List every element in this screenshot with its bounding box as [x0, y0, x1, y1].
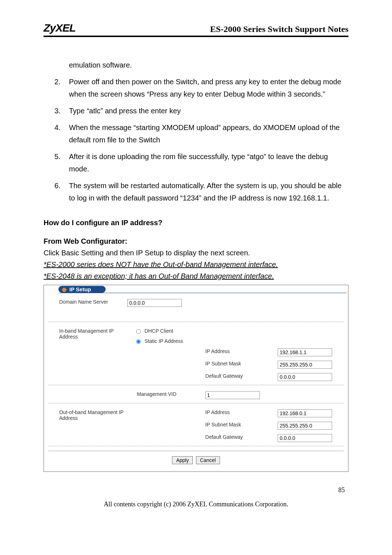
list-item: 5. After it is done uploading the rom fi… [54, 150, 348, 175]
gateway-label: Default Gateway [198, 371, 275, 383]
list-number: 3. [54, 105, 69, 117]
ip-setup-panel: IP Setup Domain Name Server In-band Mana… [44, 285, 348, 472]
list-number: 4. [54, 121, 69, 146]
list-item: 3. Type “atlc” and press the enter key [54, 105, 348, 117]
sub-heading: From Web Configurator: [44, 237, 348, 246]
solid-separator [48, 451, 344, 451]
panel-title-badge: IP Setup [58, 286, 106, 293]
dns-section: Domain Name Server [48, 297, 344, 309]
dotted-separator [48, 446, 344, 446]
panel-divider [58, 293, 347, 293]
list-text: Type “atlc” and press the enter key [69, 105, 348, 117]
page-header: ZyXEL ES-2000 Series Switch Support Note… [44, 22, 348, 37]
cancel-button[interactable]: Cancel [196, 456, 220, 464]
footer-copyright: All contents copyright (c) 2006 ZyXEL Co… [44, 501, 348, 508]
inband-section: In-band Management IP Address DHCP Clien… [48, 326, 344, 383]
dns-input[interactable] [127, 299, 182, 307]
instruction-list: 2. Power off and then power on the Switc… [44, 76, 348, 204]
list-item: 4. When the message “starting XMODEM upl… [54, 121, 348, 146]
panel-header: IP Setup [44, 285, 348, 293]
inband-gw-input[interactable] [278, 373, 332, 381]
static-radio-label[interactable]: Static IP Address [136, 338, 183, 344]
list-number: 5. [54, 150, 69, 175]
static-radio[interactable] [136, 339, 141, 344]
apply-button[interactable]: Apply [172, 456, 193, 464]
list-number: 2. [54, 76, 69, 100]
inband-mask-input[interactable] [278, 361, 332, 369]
dhcp-radio[interactable] [136, 329, 141, 334]
button-row: Apply Cancel [44, 456, 348, 464]
ip-address-label: IP Address [198, 346, 275, 358]
outband-ip-input[interactable] [278, 409, 332, 417]
section-heading: How do I configure an IP address? [44, 219, 348, 227]
inband-label: In-band Management IP Address [48, 326, 133, 346]
list-number: 6. [54, 179, 69, 204]
outband-gw-input[interactable] [278, 434, 332, 442]
dhcp-text: DHCP Client [144, 328, 173, 334]
dns-label: Domain Name Server [48, 297, 124, 309]
list-item: 6. The system will be restarted automati… [54, 179, 348, 204]
continuation-text: emulation software. [44, 59, 348, 71]
dotted-separator [48, 385, 344, 385]
dotted-separator [48, 403, 344, 404]
subnet-label: IP Subnet Mask [198, 420, 275, 432]
mgmt-vid-section: Management VID [48, 389, 344, 401]
outband-section: Out-of-band Management IP Address IP Add… [48, 407, 344, 444]
static-text: Static IP Address [144, 338, 183, 344]
note-text: *ES-2000 series does NOT have the Out-of… [44, 259, 348, 270]
gateway-label: Default Gateway [198, 432, 275, 444]
list-text: Power off and then power on the Switch, … [69, 76, 348, 100]
outband-label: Out-of-band Management IP Address [48, 407, 133, 444]
mgmt-vid-label: Management VID [133, 389, 198, 401]
ip-address-label: IP Address [198, 407, 275, 420]
instruction-text: Click Basic Setting and then IP Setup to… [44, 247, 348, 259]
list-item: 2. Power off and then power on the Switc… [54, 76, 348, 100]
note-text: *ES-2048 is an exception; it has an Out-… [44, 270, 348, 282]
list-text: After it is done uploading the rom file … [69, 150, 348, 175]
dhcp-radio-label[interactable]: DHCP Client [136, 328, 173, 334]
brand-logo: ZyXEL [44, 22, 75, 34]
list-text: When the message “starting XMODEM upload… [69, 121, 348, 146]
doc-title: ES-2000 Series Switch Support Notes [210, 24, 348, 34]
outband-mask-input[interactable] [278, 422, 332, 430]
subnet-label: IP Subnet Mask [198, 358, 275, 371]
document-page: ZyXEL ES-2000 Series Switch Support Note… [0, 0, 392, 523]
inband-ip-input[interactable] [278, 348, 332, 356]
list-text: The system will be restarted automatical… [69, 179, 348, 204]
mgmt-vid-input[interactable] [205, 391, 260, 399]
dotted-separator [48, 321, 344, 322]
page-number: 85 [44, 486, 348, 494]
